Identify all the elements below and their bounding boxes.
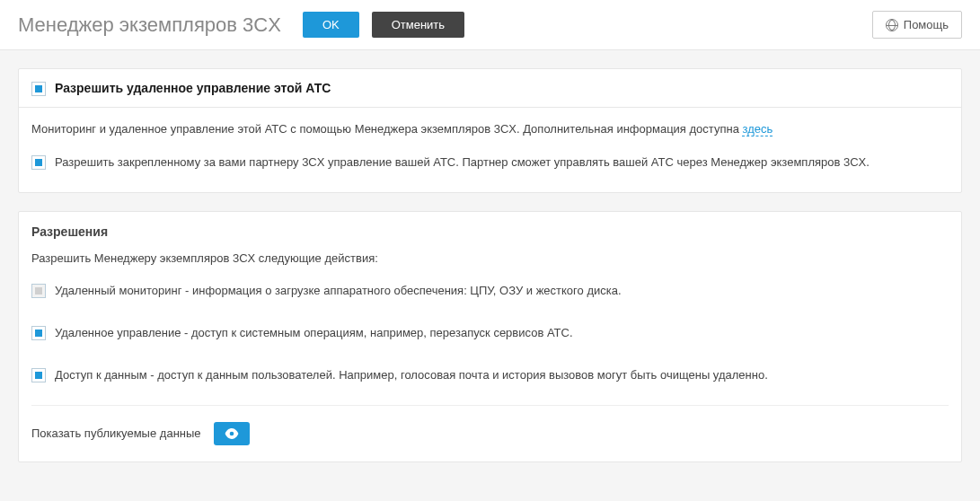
show-published-label: Показать публикуемые данные <box>31 426 201 440</box>
page-header: Менеджер экземпляров 3CX OK Отменить Пом… <box>0 0 980 50</box>
remote-info-prefix: Мониторинг и удаленное управление этой А… <box>31 122 742 136</box>
remote-panel-header: Разрешить удаленное управление этой АТС <box>19 69 961 108</box>
cancel-button[interactable]: Отменить <box>372 12 464 38</box>
perm-management-label: Удаленное управление - доступ к системны… <box>55 324 573 343</box>
globe-icon <box>886 19 898 31</box>
perm-data-access-checkbox[interactable] <box>31 368 46 382</box>
perm-management-checkbox[interactable] <box>31 326 46 340</box>
remote-info-text: Мониторинг и удаленное управление этой А… <box>31 120 949 139</box>
permissions-panel: Разрешения Разрешить Менеджеру экземпляр… <box>18 211 962 462</box>
help-label: Помощь <box>904 18 949 31</box>
show-published-button[interactable] <box>214 422 250 445</box>
remote-management-panel: Разрешить удаленное управление этой АТС … <box>18 68 962 193</box>
remote-panel-title: Разрешить удаленное управление этой АТС <box>55 81 331 95</box>
eye-icon <box>225 428 239 439</box>
remote-info-link[interactable]: здесь <box>742 122 773 136</box>
ok-button[interactable]: OK <box>303 12 359 38</box>
permissions-title: Разрешения <box>31 224 949 239</box>
perm-monitoring-checkbox <box>31 284 46 298</box>
help-button[interactable]: Помощь <box>872 11 962 39</box>
divider <box>31 405 949 406</box>
perm-monitoring-label: Удаленный мониторинг - информация о загр… <box>55 282 622 301</box>
partner-access-checkbox[interactable] <box>31 155 46 170</box>
permissions-intro: Разрешить Менеджеру экземпляров 3CX след… <box>31 250 949 268</box>
svg-point-0 <box>229 431 234 435</box>
perm-data-access-label: Доступ к данным - доступ к данным пользо… <box>55 366 768 385</box>
partner-access-label: Разрешить закрепленному за вами партнеру… <box>55 154 870 172</box>
page-title: Менеджер экземпляров 3CX <box>18 13 281 37</box>
enable-remote-checkbox[interactable] <box>31 82 46 96</box>
